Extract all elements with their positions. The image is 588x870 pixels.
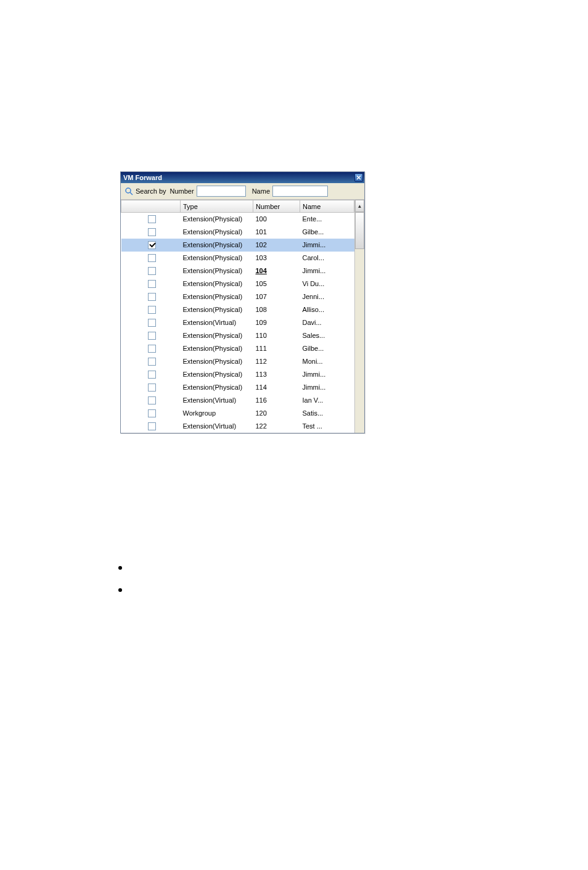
row-name: Jimmi... [300,239,354,252]
row-name: Carol... [300,252,354,265]
vm-forward-dialog: VM Forward Search by Number Name Type Nu… [120,171,365,433]
table-row[interactable]: Extension(Physical)100Ente... [121,213,354,226]
scroll-thumb[interactable] [355,212,364,249]
row-name: Vi Du... [300,277,354,290]
table-row[interactable]: Extension(Virtual)116Ian V... [121,394,354,407]
bullet-icon [118,588,122,592]
name-label: Name [252,187,270,195]
col-header-check[interactable] [121,200,181,213]
search-number-input[interactable] [197,186,246,197]
row-name: Jenni... [300,290,354,303]
row-type: Extension(Physical) [181,213,253,226]
row-number: 112 [253,355,300,368]
row-type: Extension(Physical) [181,329,253,342]
table-row[interactable]: Extension(Physical)107Jenni... [121,290,354,303]
search-name-input[interactable] [272,186,328,197]
row-number: 120 [253,407,300,420]
row-number: 100 [253,213,300,226]
row-checkbox[interactable] [148,332,156,340]
svg-line-1 [130,192,133,195]
row-checkbox[interactable] [148,384,156,392]
row-checkbox[interactable] [148,293,156,301]
row-checkbox[interactable] [148,396,156,404]
row-number: 110 [253,329,300,342]
table-row[interactable]: Extension(Physical)101Gilbe... [121,226,354,239]
row-type: Extension(Virtual) [181,420,253,433]
row-checkbox[interactable] [148,345,156,353]
search-by-label: Search by [136,187,166,195]
row-type: Extension(Virtual) [181,394,253,407]
table-row[interactable]: Extension(Virtual)122Test ... [121,420,354,433]
row-checkbox[interactable] [148,280,156,288]
table-row[interactable]: Extension(Physical)114Jimmi... [121,381,354,394]
row-checkbox[interactable] [148,306,156,314]
search-bar: Search by Number Name [121,183,364,200]
row-type: Extension(Physical) [181,368,253,381]
close-button[interactable] [354,173,363,182]
row-number: 111 [253,342,300,355]
search-icon [125,187,133,195]
col-header-number[interactable]: Number [253,200,300,213]
row-number: 109 [253,316,300,329]
titlebar[interactable]: VM Forward [121,172,364,183]
row-checkbox[interactable] [148,409,156,417]
row-name: Jimmi... [300,368,354,381]
row-checkbox[interactable] [148,422,156,430]
row-checkbox[interactable] [148,228,156,236]
row-name: Alliso... [300,303,354,316]
row-number: 103 [253,252,300,265]
scroll-track[interactable] [355,249,364,433]
row-number: 116 [253,394,300,407]
table-row[interactable]: Extension(Physical)113Jimmi... [121,368,354,381]
row-number: 114 [253,381,300,394]
extension-table: Type Number Name Extension(Physical)100E… [121,200,354,433]
row-type: Workgroup [181,407,253,420]
table-row[interactable]: Extension(Physical)112Moni... [121,355,354,368]
row-name: Ente... [300,213,354,226]
table-row[interactable]: Extension(Physical)110Sales... [121,329,354,342]
row-number: 102 [253,239,300,252]
table-row[interactable]: Extension(Physical)108Alliso... [121,303,354,316]
row-name: Jimmi... [300,381,354,394]
row-name: Gilbe... [300,226,354,239]
row-type: Extension(Physical) [181,342,253,355]
table-row[interactable]: Workgroup120Satis... [121,407,354,420]
row-name: Ian V... [300,394,354,407]
vertical-scrollbar[interactable]: ▲ [354,200,364,433]
row-type: Extension(Physical) [181,303,253,316]
row-checkbox[interactable] [148,371,156,379]
row-checkbox[interactable] [148,215,156,223]
row-name: Jimmi... [300,265,354,277]
col-header-type[interactable]: Type [181,200,253,213]
row-checkbox[interactable] [148,358,156,366]
table-row[interactable]: Extension(Physical)103Carol... [121,252,354,265]
row-checkbox[interactable] [148,267,156,275]
row-checkbox[interactable] [148,241,156,249]
table-row[interactable]: Extension(Physical)111Gilbe... [121,342,354,355]
row-name: Sales... [300,329,354,342]
row-name: Test ... [300,420,354,433]
table-row[interactable]: Extension(Physical)105Vi Du... [121,277,354,290]
window-title: VM Forward [123,174,162,181]
scroll-up-button[interactable]: ▲ [355,200,364,212]
row-type: Extension(Physical) [181,277,253,290]
row-number: 105 [253,277,300,290]
row-type: Extension(Virtual) [181,316,253,329]
col-header-name[interactable]: Name [300,200,354,213]
table-row[interactable]: Extension(Physical)102Jimmi... [121,239,354,252]
row-checkbox[interactable] [148,319,156,327]
row-type: Extension(Physical) [181,355,253,368]
row-type: Extension(Physical) [181,265,253,277]
row-type: Extension(Physical) [181,252,253,265]
row-number: 104 [253,265,300,277]
table-row[interactable]: Extension(Virtual)109Davi... [121,316,354,329]
close-icon [356,175,361,180]
row-name: Satis... [300,407,354,420]
bullet-icon [118,566,122,570]
row-name: Moni... [300,355,354,368]
table-row[interactable]: Extension(Physical)104Jimmi... [121,265,354,277]
row-type: Extension(Physical) [181,226,253,239]
row-number: 108 [253,303,300,316]
row-checkbox[interactable] [148,254,156,262]
row-number: 113 [253,368,300,381]
